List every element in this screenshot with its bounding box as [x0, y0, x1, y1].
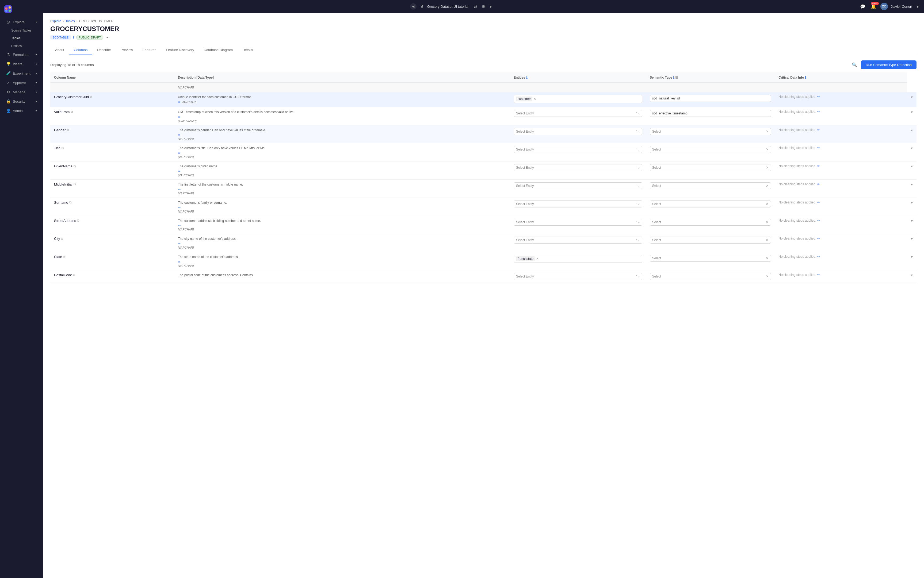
topbar-share-button[interactable]: ⇄ [473, 3, 478, 10]
entity-clear-grocerycustomerguid[interactable]: ✕ [534, 97, 536, 101]
sidebar-item-explore[interactable]: ◎ Explore ▾ [2, 17, 41, 26]
breadcrumb-tables[interactable]: Tables [65, 19, 75, 23]
cleaning-edit-title[interactable]: ✏ [817, 146, 820, 150]
sidebar-item-entities[interactable]: Entities [4, 42, 41, 50]
copy-title-icon[interactable]: ⧉ [62, 146, 64, 150]
edit-surname-desc-icon[interactable]: ✏ [178, 206, 181, 209]
expand-state-button[interactable]: ▾ [911, 255, 913, 259]
cleaning-edit-surname[interactable]: ✏ [817, 201, 820, 204]
entity-select-gender[interactable]: Select Entity ⌃⌄ [514, 128, 642, 135]
run-semantic-type-detection-button[interactable]: Run Semantic Type Detection [861, 60, 916, 69]
semantic-select-grocerycustomerguid[interactable]: scd_natural_key_id [650, 95, 771, 102]
entity-select-postalcode[interactable]: Select Entity ⌃⌄ [514, 273, 642, 280]
semantic-clear-city[interactable]: ✕ [766, 238, 769, 242]
expand-title-button[interactable]: ▾ [911, 146, 913, 150]
tab-database-diagram[interactable]: Database Diagram [199, 45, 238, 55]
entity-select-surname[interactable]: Select Entity ⌃⌄ [514, 201, 642, 208]
entity-select-middleinitial[interactable]: Select Entity ⌃⌄ [514, 182, 642, 189]
expand-gender-button[interactable]: ▾ [911, 128, 913, 132]
copy-grocerycustomerguid-icon[interactable]: ⧉ [90, 95, 92, 99]
edit-grocerycustomerguid-desc-icon[interactable]: ✏ [178, 100, 181, 104]
semantic-clear-postalcode[interactable]: ✕ [766, 274, 769, 278]
topbar-chat-button[interactable]: 💬 [859, 3, 867, 10]
semantic-info-icon[interactable]: ℹ [673, 76, 674, 80]
edit-givenname-desc-icon[interactable]: ✏ [178, 169, 181, 173]
expand-streetaddress-button[interactable]: ▾ [911, 219, 913, 223]
semantic-select-givenname[interactable]: Select ✕ [650, 164, 771, 171]
entity-clear-state[interactable]: ✕ [536, 257, 539, 261]
semantic-clear-middleinitial[interactable]: ✕ [766, 184, 769, 188]
sidebar-item-tables[interactable]: Tables [4, 34, 41, 42]
breadcrumb-explore[interactable]: Explore [50, 19, 61, 23]
semantic-clear-gender[interactable]: ✕ [766, 130, 769, 133]
semantic-clear-state[interactable]: ✕ [766, 257, 769, 260]
cleaning-edit-state[interactable]: ✏ [817, 255, 820, 258]
sidebar-item-admin[interactable]: 👤 Admin ▾ [2, 106, 41, 115]
copy-city-icon[interactable]: ⧉ [61, 237, 63, 240]
sidebar-item-formulate[interactable]: ⚗ Formulate ▾ [2, 50, 41, 59]
copy-surname-icon[interactable]: ⧉ [69, 201, 72, 204]
cleaning-edit-city[interactable]: ✏ [817, 237, 820, 240]
copy-streetaddress-icon[interactable]: ⧉ [77, 219, 80, 222]
semantic-clear-streetaddress[interactable]: ✕ [766, 220, 769, 224]
semantic-select-postalcode[interactable]: Select ✕ [650, 273, 771, 280]
critical-info-icon[interactable]: ℹ [805, 76, 806, 80]
cleaning-edit-grocerycustomerguid[interactable]: ✏ [817, 95, 820, 99]
tab-columns[interactable]: Columns [69, 45, 92, 55]
copy-middleinitial-icon[interactable]: ⧉ [73, 182, 76, 186]
cleaning-edit-middleinitial[interactable]: ✏ [817, 182, 820, 186]
entities-info-icon[interactable]: ℹ [526, 76, 527, 80]
edit-validfrom-desc-icon[interactable]: ✏ [178, 115, 181, 119]
semantic-clear-title[interactable]: ✕ [766, 148, 769, 151]
expand-postalcode-button[interactable]: ▾ [911, 273, 913, 277]
entity-select-state[interactable]: frenchstate ✕ [514, 255, 642, 263]
expand-city-button[interactable]: ▾ [911, 237, 913, 241]
scd-info-icon[interactable]: ℹ [73, 36, 74, 39]
semantic-select-surname[interactable]: Select ✕ [650, 201, 771, 208]
expand-givenname-button[interactable]: ▾ [911, 164, 913, 169]
more-options-button[interactable]: ⋯ [106, 35, 110, 40]
sidebar-item-security[interactable]: 🔒 Security ▾ [2, 97, 41, 106]
entity-select-grocerycustomerguid[interactable]: customer ✕ [514, 95, 642, 103]
tab-about[interactable]: About [50, 45, 69, 55]
copy-gender-icon[interactable]: ⧉ [67, 128, 69, 132]
entity-select-city[interactable]: Select Entity ⌃⌄ [514, 237, 642, 244]
semantic-select-gender[interactable]: Select ✕ [650, 128, 771, 135]
user-dropdown-button[interactable]: ▾ [916, 3, 920, 10]
semantic-select-streetaddress[interactable]: Select ✕ [650, 219, 771, 226]
tab-feature-discovery[interactable]: Feature Discovery [161, 45, 199, 55]
edit-streetaddress-desc-icon[interactable]: ✏ [178, 224, 181, 227]
sidebar-item-ideate[interactable]: 💡 Ideate ▾ [2, 59, 41, 68]
tab-describe[interactable]: Describe [92, 45, 116, 55]
copy-postalcode-icon[interactable]: ⧉ [73, 273, 75, 277]
copy-givenname-icon[interactable]: ⧉ [73, 164, 76, 168]
edit-state-desc-icon[interactable]: ✏ [178, 260, 181, 264]
tab-features[interactable]: Features [138, 45, 161, 55]
expand-validfrom-button[interactable]: ▾ [911, 110, 913, 114]
cleaning-edit-validfrom[interactable]: ✏ [817, 110, 820, 114]
copy-validfrom-icon[interactable]: ⧉ [71, 110, 73, 114]
edit-city-desc-icon[interactable]: ✏ [178, 242, 181, 246]
topbar-dropdown-button[interactable]: ▾ [488, 3, 493, 10]
entity-select-title[interactable]: Select Entity ⌃⌄ [514, 146, 642, 153]
expand-middleinitial-button[interactable]: ▾ [911, 182, 913, 187]
tab-preview[interactable]: Preview [116, 45, 138, 55]
entity-select-givenname[interactable]: Select Entity ⌃⌄ [514, 164, 642, 171]
entity-select-validfrom[interactable]: Select Entity ⌃⌄ [514, 110, 642, 117]
edit-title-desc-icon[interactable]: ✏ [178, 151, 181, 155]
tab-details[interactable]: Details [238, 45, 258, 55]
edit-middleinitial-desc-icon[interactable]: ✏ [178, 188, 181, 192]
search-button[interactable]: 🔍 [851, 61, 858, 68]
edit-gender-desc-icon[interactable]: ✏ [178, 133, 181, 137]
semantic-select-middleinitial[interactable]: Select ✕ [650, 182, 771, 189]
expand-grocerycustomerguid-button[interactable]: ▾ [911, 95, 913, 99]
semantic-select-validfrom[interactable]: scd_effective_timestamp [650, 110, 771, 117]
expand-surname-button[interactable]: ▾ [911, 201, 913, 205]
semantic-clear-givenname[interactable]: ✕ [766, 166, 769, 169]
col-entity-cell[interactable]: customer ✕ [510, 92, 646, 107]
sidebar-item-manage[interactable]: ⚙ Manage ▾ [2, 88, 41, 96]
semantic-clear-surname[interactable]: ✕ [766, 202, 769, 206]
copy-state-icon[interactable]: ⧉ [63, 255, 65, 259]
topbar-notification-button[interactable]: 🔔 999+ [870, 3, 877, 10]
semantic-select-state[interactable]: Select ✕ [650, 255, 771, 262]
